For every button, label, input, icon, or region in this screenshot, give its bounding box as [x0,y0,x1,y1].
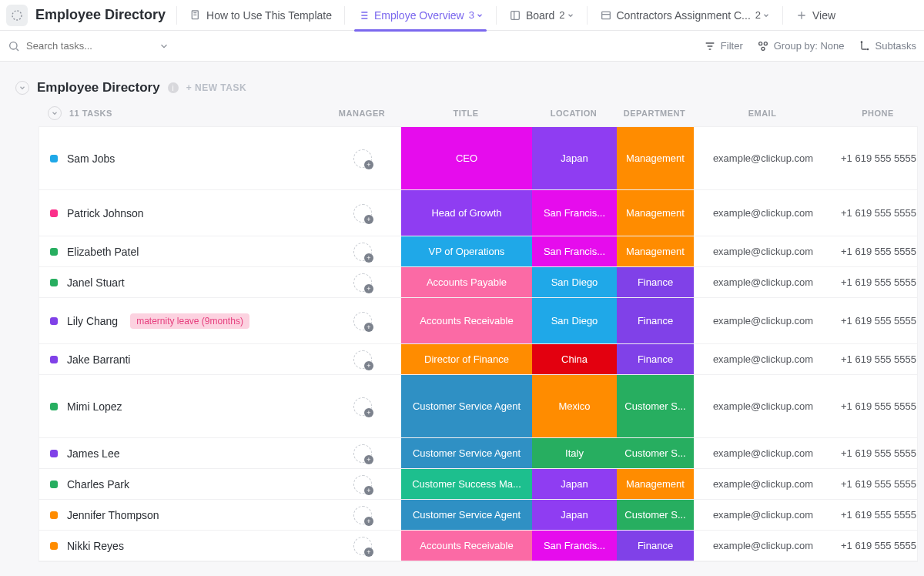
name-cell[interactable]: James Lee [39,438,324,468]
manager-cell[interactable] [324,531,401,561]
phone-cell[interactable]: +1 619 555 5555 [832,127,924,189]
table-row[interactable]: Sam JobsCEOJapanManagementexample@clicku… [39,127,917,190]
col-manager[interactable]: MANAGER [323,109,400,118]
manager-cell[interactable] [324,267,401,297]
dept-pill[interactable]: Finance [617,531,694,561]
tab-board[interactable]: Board 2 [500,0,584,31]
loc-pill[interactable]: San Diego [532,298,617,343]
title-pill[interactable]: Customer Service Agent [401,500,532,530]
col-department[interactable]: DEPARTMENT [616,109,693,118]
manager-cell[interactable] [324,127,401,189]
dept-pill[interactable]: Customer S... [617,375,694,437]
table-row[interactable]: Nikki ReyesAccounts ReceivableSan Franci… [39,531,917,561]
filter-button[interactable]: Filter [704,40,743,52]
assign-manager-icon[interactable] [353,537,372,555]
info-icon[interactable]: i [168,82,179,93]
loc-pill[interactable]: San Francis... [532,531,617,561]
phone-cell[interactable]: +1 619 555 5555 [832,267,924,297]
title-pill[interactable]: Accounts Receivable [401,298,532,343]
tab-contractors[interactable]: Contractors Assignment C... 2 [591,0,780,31]
email-cell[interactable]: example@clickup.com [694,531,832,561]
email-cell[interactable]: example@clickup.com [694,236,832,266]
name-cell[interactable]: Patrick Johnson [39,190,324,236]
expand-toggle[interactable] [48,106,62,120]
dept-pill[interactable]: Customer S... [617,438,694,468]
manager-cell[interactable] [324,298,401,343]
dept-pill[interactable]: Finance [617,267,694,297]
loc-pill[interactable]: San Francis... [532,190,617,236]
dept-pill[interactable]: Management [617,190,694,236]
assign-manager-icon[interactable] [353,397,372,416]
loc-pill[interactable]: Japan [532,469,617,499]
phone-cell[interactable]: +1 619 555 5555 [832,298,924,343]
app-icon[interactable] [6,5,28,26]
subtasks-button[interactable]: Subtasks [859,40,916,52]
table-row[interactable]: Lily Changmaternity leave (9months)Accou… [39,298,917,344]
title-pill[interactable]: Head of Growth [401,190,532,236]
name-cell[interactable]: Mimi Lopez [39,375,324,437]
loc-pill[interactable]: Mexico [532,375,617,437]
assign-manager-icon[interactable] [353,444,372,463]
manager-cell[interactable] [324,500,401,530]
collapse-toggle[interactable] [15,81,29,95]
email-cell[interactable]: example@clickup.com [694,190,832,236]
title-pill[interactable]: Customer Success Ma... [401,469,532,499]
manager-cell[interactable] [324,375,401,437]
name-cell[interactable]: Charles Park [39,469,324,499]
manager-cell[interactable] [324,190,401,236]
table-row[interactable]: Jake BarrantiDirector of FinanceChinaFin… [39,344,917,375]
tab-howto[interactable]: How to Use This Template [180,0,341,31]
loc-pill[interactable]: Japan [532,500,617,530]
assign-manager-icon[interactable] [353,312,372,330]
table-row[interactable]: Jennifer ThompsonCustomer Service AgentJ… [39,500,917,531]
phone-cell[interactable]: +1 619 555 5555 [832,500,924,530]
assign-manager-icon[interactable] [353,475,372,494]
email-cell[interactable]: example@clickup.com [694,344,832,374]
name-cell[interactable]: Lily Changmaternity leave (9months) [39,298,324,343]
email-cell[interactable]: example@clickup.com [694,469,832,499]
name-cell[interactable]: Sam Jobs [39,127,324,189]
email-cell[interactable]: example@clickup.com [694,438,832,468]
title-pill[interactable]: Accounts Receivable [401,531,532,561]
table-row[interactable]: Elizabeth PatelVP of OperationsSan Franc… [39,236,917,267]
email-cell[interactable]: example@clickup.com [694,375,832,437]
phone-cell[interactable]: +1 619 555 5555 [832,469,924,499]
phone-cell[interactable]: +1 619 555 5555 [832,531,924,561]
assign-manager-icon[interactable] [353,350,372,369]
dept-pill[interactable]: Management [617,469,694,499]
title-pill[interactable]: Customer Service Agent [401,438,532,468]
email-cell[interactable]: example@clickup.com [694,127,832,189]
dept-pill[interactable]: Management [617,236,694,266]
manager-cell[interactable] [324,469,401,499]
name-cell[interactable]: Nikki Reyes [39,531,324,561]
loc-pill[interactable]: Japan [532,127,617,189]
manager-cell[interactable] [324,438,401,468]
name-cell[interactable]: Elizabeth Patel [39,236,324,266]
title-pill[interactable]: CEO [401,127,532,189]
name-cell[interactable]: Jake Barranti [39,344,324,374]
col-title[interactable]: TITLE [400,109,531,118]
phone-cell[interactable]: +1 619 555 5555 [832,375,924,437]
dept-pill[interactable]: Customer S... [617,500,694,530]
assign-manager-icon[interactable] [353,204,372,223]
loc-pill[interactable]: San Francis... [532,236,617,266]
assign-manager-icon[interactable] [353,149,372,168]
col-location[interactable]: LOCATION [531,109,616,118]
email-cell[interactable]: example@clickup.com [694,267,832,297]
email-cell[interactable]: example@clickup.com [694,500,832,530]
assign-manager-icon[interactable] [353,243,372,261]
phone-cell[interactable]: +1 619 555 5555 [832,236,924,266]
manager-cell[interactable] [324,344,401,374]
chevron-down-icon[interactable] [159,41,169,52]
table-row[interactable]: Charles ParkCustomer Success Ma...JapanM… [39,469,917,500]
name-cell[interactable]: Jennifer Thompson [39,500,324,530]
loc-pill[interactable]: China [532,344,617,374]
dept-pill[interactable]: Finance [617,298,694,343]
tab-employee-overview[interactable]: Employe Overview 3 [348,0,493,31]
search-input[interactable] [26,40,142,52]
phone-cell[interactable]: +1 619 555 5555 [832,438,924,468]
loc-pill[interactable]: Italy [532,438,617,468]
title-pill[interactable]: VP of Operations [401,236,532,266]
table-row[interactable]: Mimi LopezCustomer Service AgentMexicoCu… [39,375,917,438]
title-pill[interactable]: Customer Service Agent [401,375,532,437]
